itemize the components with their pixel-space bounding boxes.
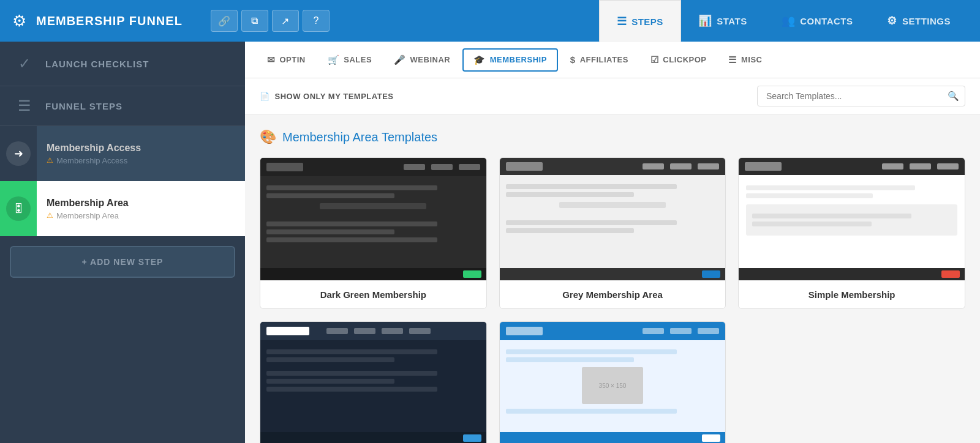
template-label-dark-green: Dark Green Membership [260, 280, 486, 308]
checklist-icon: ✓ [15, 55, 34, 72]
mock-body-nav [260, 340, 486, 401]
step-content-area: Membership Area ⚠ Membership Area [37, 181, 245, 236]
step-membership-access[interactable]: ➜ Membership Access ⚠ Membership Access [0, 126, 245, 181]
step-content-access: Membership Access ⚠ Membership Access [37, 126, 245, 181]
mock-nav [404, 164, 480, 170]
top-nav-right: ☰ STEPS 📊 STATS 👥 CONTACTS ⚙ SETTINGS [599, 0, 968, 42]
template-card-blue[interactable]: 350 × 150 Blue Membership [499, 321, 726, 443]
sidebar: ✓ LAUNCH CHECKLIST ☰ FUNNEL STEPS ➜ Memb… [0, 42, 245, 443]
tab-membership[interactable]: 🎓 MEMBERSHIP [462, 48, 558, 72]
mock-body [260, 176, 486, 251]
top-nav-left: ⚙ MEMBERSHIP FUNNEL 🔗 ⧉ ↗ ? [12, 10, 599, 32]
show-my-templates-button[interactable]: 📄 SHOW ONLY MY TEMPLATES [260, 92, 393, 101]
tab-sales[interactable]: 🛒 SALES [318, 50, 382, 70]
mock-body-simple [739, 175, 965, 249]
mock-header-blue [500, 322, 726, 340]
search-icon[interactable]: 🔍 [948, 91, 959, 102]
step-icon-area: 🎛 [6, 196, 31, 221]
template-filter-icon: 📄 [260, 92, 270, 101]
tab-stats[interactable]: 📊 STATS [681, 0, 764, 42]
mock-logo-blue [506, 327, 543, 335]
mock-nav-grey [643, 163, 719, 169]
webinar-icon: 🎤 [394, 54, 406, 65]
template-preview-blue: 350 × 150 [500, 322, 726, 443]
warning-icon-area: ⚠ [47, 211, 53, 220]
steps-icon: ☰ [617, 15, 627, 28]
launch-checklist-label: LAUNCH CHECKLIST [45, 59, 149, 69]
tab-affiliates[interactable]: $ AFFILIATES [560, 50, 638, 70]
funnel-steps-icon: ☰ [15, 97, 34, 114]
templates-grid-row2: Navigator Membership [260, 321, 965, 443]
step-subtitle-access: ⚠ Membership Access [47, 156, 235, 165]
mock-header [260, 158, 486, 176]
nav-logo [266, 327, 309, 335]
tab-clickpop[interactable]: ☑ CLICKPOP [641, 50, 717, 70]
top-nav: ⚙ MEMBERSHIP FUNNEL 🔗 ⧉ ↗ ? ☰ STEPS 📊 ST… [0, 0, 980, 42]
mock-footer-simple [739, 268, 965, 280]
template-preview-grey [500, 158, 726, 280]
sidebar-item-launch-checklist[interactable]: ✓ LAUNCH CHECKLIST [0, 42, 245, 86]
mock-header-simple [739, 158, 965, 175]
step-indicator-area: 🎛 [0, 181, 37, 236]
step-membership-area[interactable]: 🎛 Membership Area ⚠ Membership Area [0, 181, 245, 236]
tab-contacts[interactable]: 👥 CONTACTS [764, 0, 870, 42]
app-gear-icon[interactable]: ⚙ [12, 12, 26, 31]
search-bar-row: 📄 SHOW ONLY MY TEMPLATES 🔍 [245, 78, 980, 114]
mock-logo [266, 163, 303, 171]
template-label-simple: Simple Membership [739, 280, 965, 308]
tab-settings[interactable]: ⚙ SETTINGS [870, 0, 968, 42]
mock-nav-blue [643, 328, 719, 334]
mock-body-blue: 350 × 150 [500, 340, 726, 423]
tab-steps[interactable]: ☰ STEPS [599, 0, 681, 42]
tab-misc[interactable]: ☰ MISC [718, 50, 772, 70]
mock-nav-nav [326, 328, 431, 334]
step-name-access: Membership Access [47, 143, 235, 154]
mock-footer-grey [500, 268, 726, 280]
mock-header-grey [500, 158, 726, 175]
step-icon-access: ➜ [6, 141, 31, 166]
external-tool-button[interactable]: ↗ [272, 10, 299, 32]
mock-header-nav [260, 322, 486, 340]
template-card-navigator[interactable]: Navigator Membership [260, 321, 487, 443]
step-subtitle-area: ⚠ Membership Area [47, 211, 235, 220]
arrow-icon: ➜ [14, 147, 23, 160]
mock-logo-simple [745, 162, 782, 171]
sidebar-item-funnel-steps[interactable]: ☰ FUNNEL STEPS [0, 86, 245, 126]
funnel-steps-label: FUNNEL STEPS [45, 101, 123, 111]
content-area: ✉ OPTIN 🛒 SALES 🎤 WEBINAR 🎓 MEMBERSHIP $… [245, 42, 980, 443]
copy-tool-button[interactable]: ⧉ [241, 10, 268, 32]
step-indicator-access: ➜ [0, 126, 37, 181]
mock-footer [260, 268, 486, 280]
add-new-step-button[interactable]: + ADD NEW STEP [10, 246, 235, 278]
section-title-icon: 🎨 [260, 129, 276, 145]
template-preview-navigator [260, 322, 486, 443]
template-tabs: ✉ OPTIN 🛒 SALES 🎤 WEBINAR 🎓 MEMBERSHIP $… [245, 42, 980, 78]
clickpop-icon: ☑ [650, 54, 659, 65]
templates-grid-row1: Dark Green Membership [260, 157, 965, 309]
misc-icon: ☰ [728, 54, 737, 65]
step-name-area: Membership Area [47, 198, 235, 209]
search-input[interactable] [757, 86, 965, 106]
mock-image-blue: 350 × 150 [582, 367, 643, 404]
stats-icon: 📊 [698, 14, 712, 28]
link-tool-button[interactable]: 🔗 [211, 10, 238, 32]
optin-icon: ✉ [267, 54, 276, 65]
mock-logo-grey [506, 162, 543, 171]
template-preview-dark-green [260, 158, 486, 280]
tab-optin[interactable]: ✉ OPTIN [257, 50, 315, 70]
contacts-icon: 👥 [782, 14, 796, 28]
membership-icon: 🎓 [473, 54, 486, 65]
warning-icon-access: ⚠ [47, 156, 53, 165]
template-card-grey[interactable]: Grey Membership Area [499, 157, 726, 309]
template-preview-simple [739, 158, 965, 280]
template-card-dark-green[interactable]: Dark Green Membership [260, 157, 487, 309]
template-label-grey: Grey Membership Area [500, 280, 726, 308]
help-tool-button[interactable]: ? [303, 10, 330, 32]
tab-webinar[interactable]: 🎤 WEBINAR [384, 50, 460, 70]
template-card-simple[interactable]: Simple Membership [738, 157, 965, 309]
affiliates-icon: $ [570, 54, 576, 65]
search-input-wrap: 🔍 [757, 86, 965, 106]
template-section-title: 🎨 Membership Area Templates [260, 129, 965, 145]
settings-icon: ⚙ [887, 14, 897, 28]
mock-footer-blue [500, 432, 726, 443]
